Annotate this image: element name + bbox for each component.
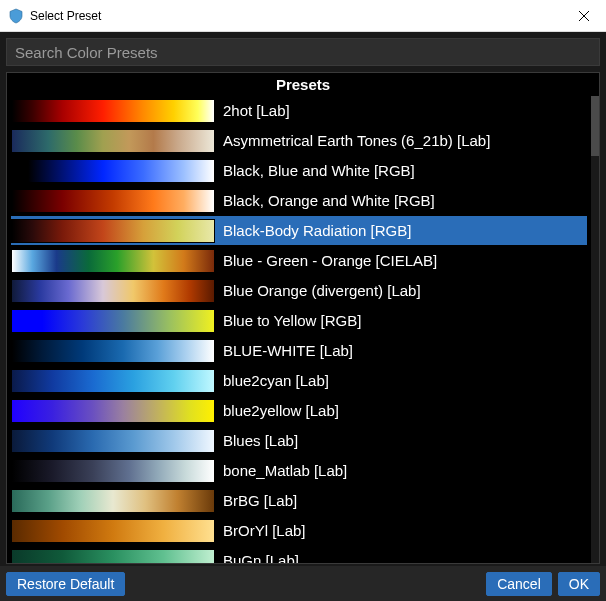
dialog-footer: Restore Default Cancel OK: [0, 566, 606, 601]
app-icon: [8, 8, 24, 24]
preset-row[interactable]: BLUE-WHITE [Lab]: [11, 336, 587, 365]
preset-label: BLUE-WHITE [Lab]: [223, 342, 353, 359]
window-title: Select Preset: [30, 9, 561, 23]
preset-row[interactable]: blue2cyan [Lab]: [11, 366, 587, 395]
preset-label: blue2cyan [Lab]: [223, 372, 329, 389]
preset-row[interactable]: BrBG [Lab]: [11, 486, 587, 515]
close-button[interactable]: [561, 0, 606, 31]
color-swatch: [11, 429, 215, 453]
preset-label: BuGn [Lab]: [223, 552, 299, 563]
search-input[interactable]: [6, 38, 600, 66]
preset-row[interactable]: blue2yellow [Lab]: [11, 396, 587, 425]
preset-label: Black, Blue and White [RGB]: [223, 162, 415, 179]
preset-label: BrBG [Lab]: [223, 492, 297, 509]
color-swatch: [11, 399, 215, 423]
restore-default-button[interactable]: Restore Default: [6, 572, 125, 596]
preset-label: BrOrYl [Lab]: [223, 522, 306, 539]
color-swatch: [11, 219, 215, 243]
preset-label: Black-Body Radiation [RGB]: [223, 222, 411, 239]
scrollbar-thumb[interactable]: [591, 96, 599, 156]
color-swatch: [11, 519, 215, 543]
preset-row[interactable]: Blues [Lab]: [11, 426, 587, 455]
preset-row[interactable]: Black, Blue and White [RGB]: [11, 156, 587, 185]
preset-label: Black, Orange and White [RGB]: [223, 192, 435, 209]
color-swatch: [11, 369, 215, 393]
preset-row[interactable]: Black-Body Radiation [RGB]: [11, 216, 587, 245]
preset-label: bone_Matlab [Lab]: [223, 462, 347, 479]
preset-label: Blue Orange (divergent) [Lab]: [223, 282, 421, 299]
preset-row[interactable]: BuGn [Lab]: [11, 546, 587, 563]
presets-list[interactable]: 2hot [Lab]Asymmetrical Earth Tones (6_21…: [7, 96, 599, 563]
presets-header: Presets: [7, 73, 599, 96]
preset-row[interactable]: 2hot [Lab]: [11, 96, 587, 125]
color-swatch: [11, 339, 215, 363]
preset-row[interactable]: Blue to Yellow [RGB]: [11, 306, 587, 335]
preset-row[interactable]: bone_Matlab [Lab]: [11, 456, 587, 485]
color-swatch: [11, 159, 215, 183]
color-swatch: [11, 309, 215, 333]
preset-label: Asymmetrical Earth Tones (6_21b) [Lab]: [223, 132, 490, 149]
titlebar: Select Preset: [0, 0, 606, 32]
color-swatch: [11, 489, 215, 513]
presets-panel: Presets 2hot [Lab]Asymmetrical Earth Ton…: [6, 72, 600, 564]
preset-row[interactable]: Blue - Green - Orange [CIELAB]: [11, 246, 587, 275]
color-swatch: [11, 279, 215, 303]
color-swatch: [11, 459, 215, 483]
color-swatch: [11, 129, 215, 153]
preset-row[interactable]: Black, Orange and White [RGB]: [11, 186, 587, 215]
preset-label: Blues [Lab]: [223, 432, 298, 449]
preset-label: Blue - Green - Orange [CIELAB]: [223, 252, 437, 269]
color-swatch: [11, 99, 215, 123]
preset-row[interactable]: BrOrYl [Lab]: [11, 516, 587, 545]
color-swatch: [11, 549, 215, 564]
preset-label: 2hot [Lab]: [223, 102, 290, 119]
ok-button[interactable]: OK: [558, 572, 600, 596]
color-swatch: [11, 249, 215, 273]
preset-label: blue2yellow [Lab]: [223, 402, 339, 419]
preset-label: Blue to Yellow [RGB]: [223, 312, 361, 329]
dialog-content: Presets 2hot [Lab]Asymmetrical Earth Ton…: [0, 32, 606, 601]
preset-row[interactable]: Asymmetrical Earth Tones (6_21b) [Lab]: [11, 126, 587, 155]
cancel-button[interactable]: Cancel: [486, 572, 552, 596]
scrollbar-track[interactable]: [591, 96, 599, 563]
color-swatch: [11, 189, 215, 213]
preset-row[interactable]: Blue Orange (divergent) [Lab]: [11, 276, 587, 305]
